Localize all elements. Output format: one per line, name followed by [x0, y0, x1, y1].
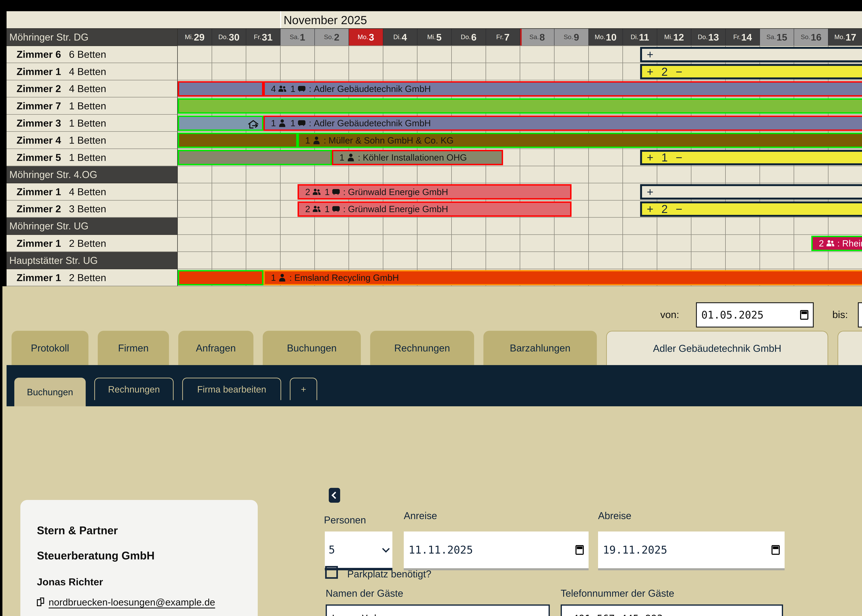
room-timeline[interactable]: 1:Köhler Installationen OHG+ 1 −1:Stern …: [178, 149, 862, 166]
day-cell[interactable]: [554, 252, 589, 269]
day-cell[interactable]: [281, 252, 315, 269]
day-cell[interactable]: [725, 218, 760, 234]
subtab-buchungen[interactable]: Buchungen: [14, 378, 86, 406]
room-assign-bar[interactable]: + 2 −: [640, 201, 862, 217]
day-cell[interactable]: [281, 46, 315, 63]
booking-bar[interactable]: [178, 81, 264, 97]
day-cell[interactable]: [589, 166, 623, 183]
booking-bar[interactable]: 2:RheinLogistik GmbH: [811, 236, 862, 251]
day-cell[interactable]: [554, 149, 589, 166]
day-cell[interactable]: [315, 166, 349, 183]
day-cell[interactable]: [246, 63, 281, 80]
day-cell[interactable]: [794, 252, 828, 269]
day-cell[interactable]: [657, 218, 691, 234]
day-cell[interactable]: [623, 252, 657, 269]
day-cell[interactable]: [657, 252, 691, 269]
personen-select[interactable]: 5: [325, 531, 393, 570]
day-cell[interactable]: [315, 63, 349, 80]
day-cell[interactable]: [520, 235, 554, 251]
calendar-icon[interactable]: [771, 545, 780, 555]
day-cell[interactable]: [452, 63, 486, 80]
subtab-rechnungen[interactable]: Rechnungen: [94, 378, 174, 400]
day-cell[interactable]: [212, 166, 247, 183]
day-cell[interactable]: [383, 46, 418, 63]
day-cell[interactable]: [383, 63, 418, 80]
day-cell[interactable]: [725, 235, 760, 251]
day-cell[interactable]: [554, 166, 589, 183]
day-cell[interactable]: [725, 252, 760, 269]
tab-firmen[interactable]: Firmen: [98, 331, 169, 365]
day-cell[interactable]: [691, 218, 725, 234]
booking-bar[interactable]: 41:Adler Gebäudetechnik GmbH: [264, 81, 862, 97]
day-cell[interactable]: [383, 218, 418, 234]
room-timeline[interactable]: 21:Grünwald Energie GmbH+ 2 −3:Stern & P…: [178, 201, 862, 218]
day-cell[interactable]: [315, 46, 349, 63]
day-cell[interactable]: [178, 166, 212, 183]
day-cell[interactable]: [212, 218, 247, 234]
day-cell[interactable]: [691, 252, 725, 269]
day-cell[interactable]: [623, 218, 657, 234]
day-cell[interactable]: [589, 149, 623, 166]
day-cell[interactable]: [452, 252, 486, 269]
day-cell[interactable]: [554, 63, 589, 80]
day-cell[interactable]: [589, 63, 623, 80]
day-cell[interactable]: [212, 201, 247, 217]
day-cell[interactable]: [212, 63, 247, 80]
day-cell[interactable]: [418, 252, 452, 269]
tab-protokoll[interactable]: Protokoll: [11, 331, 88, 365]
day-cell[interactable]: [212, 46, 247, 63]
day-cell[interactable]: [520, 149, 554, 166]
day-cell[interactable]: [554, 46, 589, 63]
room-assign-bar[interactable]: +: [640, 184, 862, 200]
tab-rechnungen[interactable]: Rechnungen: [370, 331, 474, 365]
day-cell[interactable]: [212, 183, 247, 200]
room-timeline[interactable]: 11:Adler Gebäudetechnik GmbH: [178, 115, 862, 132]
von-date-input[interactable]: 01.05.2025: [696, 302, 814, 327]
day-cell[interactable]: [349, 252, 383, 269]
day-cell[interactable]: [281, 218, 315, 234]
room-timeline[interactable]: 21:Grünwald Energie GmbH+: [178, 183, 862, 201]
anreise-date-input[interactable]: 11.11.2025: [404, 531, 589, 570]
day-cell[interactable]: [760, 235, 794, 251]
booking-bar[interactable]: 21:Grünwald Energie GmbH: [298, 184, 572, 200]
day-cell[interactable]: [520, 252, 554, 269]
day-cell[interactable]: [315, 218, 349, 234]
day-cell[interactable]: [315, 235, 349, 251]
day-cell[interactable]: [725, 166, 760, 183]
room-timeline[interactable]: +1:Stern & Partner Steuerbera: [178, 46, 862, 63]
day-cell[interactable]: [418, 235, 452, 251]
back-button[interactable]: [329, 488, 340, 503]
contact-link[interactable]: nordbruecken-loesungen@example.de: [49, 597, 215, 608]
day-cell[interactable]: [486, 46, 520, 63]
day-cell[interactable]: [452, 166, 486, 183]
booking-bar[interactable]: 1:Müller & Sohn GmbH & Co. KG: [298, 133, 862, 148]
day-cell[interactable]: [760, 252, 794, 269]
day-cell[interactable]: [212, 235, 247, 251]
day-cell[interactable]: [246, 252, 281, 269]
day-cell[interactable]: [281, 63, 315, 80]
day-cell[interactable]: [589, 235, 623, 251]
day-cell[interactable]: [418, 166, 452, 183]
day-cell[interactable]: [178, 218, 212, 234]
day-cell[interactable]: [760, 166, 794, 183]
day-cell[interactable]: [794, 166, 828, 183]
booking-bar[interactable]: 1:Emsland Recycling GmbH: [264, 270, 862, 285]
day-cell[interactable]: [246, 46, 281, 63]
day-cell[interactable]: [178, 46, 212, 63]
tab-adler-geb-udetechnik-gmbh[interactable]: Adler Gebäudetechnik GmbH: [606, 331, 828, 365]
room-timeline[interactable]: [178, 97, 862, 115]
day-cell[interactable]: [418, 46, 452, 63]
booking-bar[interactable]: 21:Grünwald Energie GmbH: [298, 201, 572, 217]
day-cell[interactable]: [349, 46, 383, 63]
day-cell[interactable]: [246, 235, 281, 251]
parkplatz-checkbox[interactable]: [325, 566, 338, 579]
day-cell[interactable]: [178, 183, 212, 200]
room-timeline[interactable]: 1:Emsland Recycling GmbH: [178, 269, 862, 286]
day-cell[interactable]: [828, 218, 862, 234]
gaeste-namen-textarea[interactable]: Lara Vahn Matthias Sutor: [326, 605, 550, 616]
day-cell[interactable]: [589, 218, 623, 234]
day-cell[interactable]: [246, 166, 281, 183]
day-cell[interactable]: [178, 235, 212, 251]
booking-bar[interactable]: [178, 150, 332, 165]
day-cell[interactable]: [657, 166, 691, 183]
